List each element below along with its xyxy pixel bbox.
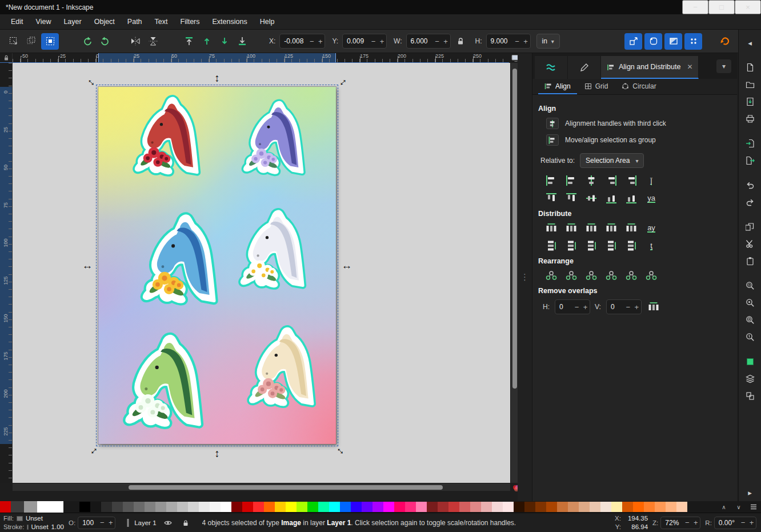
- align-bottom-edges-button[interactable]: [603, 191, 620, 206]
- rotate-cw-button[interactable]: [97, 34, 113, 49]
- sticker-purple-horse-periwinkles[interactable]: [236, 94, 314, 182]
- palette-swatch[interactable]: [253, 502, 264, 512]
- sticker-green-horse-lilies[interactable]: [116, 326, 215, 436]
- palette-swatch[interactable]: [394, 502, 405, 512]
- reset-transforms-button[interactable]: [717, 34, 732, 49]
- palette-swatch[interactable]: [351, 502, 362, 512]
- sticker-cream-horse-roses[interactable]: [241, 320, 326, 414]
- dialog-tab-align-distribute[interactable]: Align and Distribute ✕: [601, 56, 699, 79]
- palette-swatch[interactable]: [373, 502, 383, 512]
- palette-swatch[interactable]: [145, 502, 155, 512]
- palette-scroll-down-button[interactable]: ∨: [731, 502, 746, 512]
- sticker-blue-horse-daffodils[interactable]: [134, 206, 229, 312]
- overlap-v-decrement-button[interactable]: −: [624, 303, 632, 311]
- rotation-field[interactable]: 0.00° − +: [714, 517, 756, 529]
- w-decrement-button[interactable]: −: [433, 37, 442, 46]
- unit-dropdown[interactable]: in ▾: [536, 34, 560, 49]
- exchange-selection-order-button[interactable]: [563, 268, 580, 283]
- x-field-value[interactable]: -0.008: [280, 37, 307, 45]
- zoom-actual-size-button[interactable]: [741, 329, 759, 346]
- palette-swatch[interactable]: [535, 502, 546, 512]
- print-button[interactable]: [741, 110, 759, 127]
- overlap-h-value[interactable]: 0: [555, 303, 572, 311]
- opacity-decrement-button[interactable]: −: [98, 518, 106, 527]
- menu-item-path[interactable]: Path: [121, 14, 149, 29]
- palette-swatch[interactable]: [123, 502, 134, 512]
- zoom-page-button[interactable]: [741, 311, 759, 329]
- redo-button[interactable]: [741, 194, 759, 211]
- flip-horizontal-button[interactable]: [127, 34, 143, 49]
- ruler-corner-lock[interactable]: [0, 53, 13, 63]
- palette-swatch[interactable]: [90, 502, 101, 512]
- collapse-snap-bar-button[interactable]: ◂: [741, 34, 759, 51]
- paste-button[interactable]: [741, 253, 759, 270]
- palette-swatch[interactable]: [297, 502, 307, 512]
- distribute-centers-vertical-button[interactable]: [563, 238, 580, 253]
- palette-swatch[interactable]: [568, 502, 579, 512]
- palette-swatch[interactable]: [286, 502, 297, 512]
- objects-dialog-button[interactable]: [741, 387, 759, 405]
- palette-swatch[interactable]: [427, 502, 438, 512]
- palette-special-swatch[interactable]: [11, 501, 24, 513]
- raise-to-top-button[interactable]: [181, 34, 197, 49]
- lower-button[interactable]: [217, 34, 232, 49]
- opacity-field[interactable]: 100 − +: [78, 517, 115, 529]
- overlap-v-field[interactable]: 0 − +: [606, 299, 642, 314]
- palette-swatch[interactable]: [633, 502, 644, 512]
- selection-handle-top[interactable]: ↕: [214, 73, 220, 83]
- move-gradients-toggle[interactable]: [664, 33, 682, 50]
- overlap-h-decrement-button[interactable]: −: [572, 303, 581, 311]
- stroke-swatch[interactable]: [27, 525, 28, 530]
- palette-swatch[interactable]: [405, 502, 416, 512]
- palette-swatch[interactable]: [524, 502, 535, 512]
- document-page[interactable]: [98, 87, 336, 444]
- rotation-increment-button[interactable]: +: [747, 518, 756, 527]
- palette-swatch[interactable]: [242, 502, 253, 512]
- palette-swatch[interactable]: [557, 502, 568, 512]
- menu-item-help[interactable]: Help: [254, 14, 281, 29]
- palette-swatch[interactable]: [611, 502, 622, 512]
- palette-special-swatch[interactable]: [0, 501, 11, 513]
- overlap-h-increment-button[interactable]: +: [581, 303, 590, 311]
- distribute-text-horizontal-button[interactable]: ay: [643, 221, 660, 235]
- zoom-increment-button[interactable]: +: [691, 518, 700, 527]
- panel-resize-handle[interactable]: ⋮: [518, 53, 532, 501]
- exchange-stacking-order-button[interactable]: [583, 268, 600, 283]
- distribute-equal-horizontal-button[interactable]: [623, 221, 640, 235]
- horizontal-scrollbar-thumb[interactable]: [129, 485, 443, 490]
- distribute-gaps-vertical-button[interactable]: [603, 238, 620, 253]
- selection-handle-right[interactable]: ↔: [342, 260, 353, 271]
- align-text-horizontal-button[interactable]: ǰ: [643, 173, 660, 188]
- distribute-equal-vertical-button[interactable]: [623, 238, 640, 253]
- menu-item-object[interactable]: Object: [88, 14, 121, 29]
- palette-swatch[interactable]: [362, 502, 373, 512]
- palette-swatch[interactable]: [448, 502, 459, 512]
- cut-button[interactable]: [741, 235, 759, 253]
- align-center-horizontal-button[interactable]: [583, 173, 600, 188]
- palette-swatch[interactable]: [676, 502, 687, 512]
- overlap-v-increment-button[interactable]: +: [632, 303, 641, 311]
- tab-grid[interactable]: Grid: [578, 79, 615, 94]
- duplicate-button[interactable]: [741, 218, 759, 235]
- scale-corners-toggle[interactable]: [644, 33, 662, 50]
- y-increment-button[interactable]: +: [378, 37, 386, 46]
- dialog-list-dropdown[interactable]: ▾: [716, 59, 731, 73]
- distribute-gaps-horizontal-button[interactable]: [603, 221, 620, 235]
- distribute-right-edges-button[interactable]: [583, 221, 600, 235]
- palette-swatch[interactable]: [101, 502, 112, 512]
- fill-stroke-indicator[interactable]: Fill: Unset Stroke: Unset 1.00: [0, 514, 64, 531]
- selection-handle-left[interactable]: ↔: [82, 260, 93, 271]
- minimize-button[interactable]: −: [682, 0, 708, 14]
- align-top-to-bottom-anchor-button[interactable]: [623, 191, 640, 206]
- palette-swatch[interactable]: [590, 502, 600, 512]
- zoom-value[interactable]: 72%: [661, 519, 683, 527]
- palette-swatch[interactable]: [210, 502, 221, 512]
- close-button[interactable]: ×: [735, 0, 761, 14]
- y-decrement-button[interactable]: −: [369, 37, 378, 46]
- h-field-value[interactable]: 9.000: [487, 37, 513, 45]
- tab-circular[interactable]: Circular: [615, 79, 662, 94]
- zoom-selection-button[interactable]: [741, 277, 759, 294]
- palette-swatch[interactable]: [644, 502, 655, 512]
- opacity-value[interactable]: 100: [78, 519, 98, 527]
- palette-swatch[interactable]: [503, 502, 514, 512]
